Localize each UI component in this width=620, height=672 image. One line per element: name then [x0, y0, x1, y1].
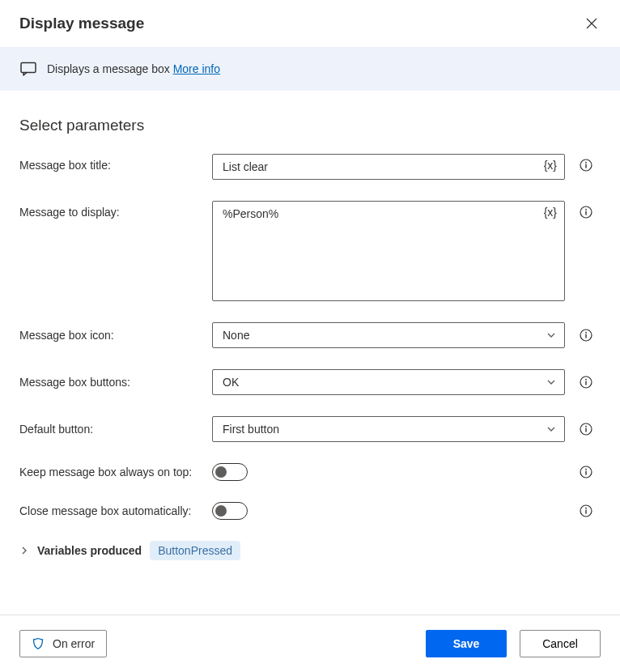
save-button[interactable]: Save	[426, 630, 507, 657]
info-icon[interactable]	[571, 423, 601, 436]
dialog-title: Display message	[19, 15, 144, 32]
svg-rect-21	[585, 510, 586, 514]
on-error-label: On error	[53, 637, 95, 650]
label-ontop: Keep message box always on top:	[19, 466, 206, 478]
banner-text: Displays a message box	[47, 62, 170, 75]
label-message: Message to display:	[19, 201, 206, 219]
variable-picker-icon[interactable]: {x}	[544, 159, 557, 172]
param-row-autoclose: Close message box automatically:	[19, 502, 601, 520]
on-error-button[interactable]: On error	[19, 630, 107, 657]
variable-chip[interactable]: ButtonPressed	[150, 541, 240, 560]
svg-point-5	[585, 209, 587, 211]
select-default[interactable]	[212, 416, 565, 442]
svg-rect-3	[585, 164, 586, 168]
svg-rect-12	[585, 381, 586, 385]
section-title: Select parameters	[19, 117, 601, 134]
toggle-knob	[215, 466, 227, 478]
chevron-right-icon[interactable]	[19, 546, 29, 555]
shield-icon	[32, 637, 45, 650]
svg-point-8	[585, 332, 587, 334]
label-title: Message box title:	[19, 154, 206, 172]
toggle-ontop[interactable]	[212, 463, 248, 481]
label-autoclose: Close message box automatically:	[19, 504, 206, 517]
svg-point-14	[585, 426, 587, 427]
svg-rect-6	[585, 211, 586, 215]
param-row-ontop: Keep message box always on top:	[19, 463, 601, 481]
label-buttons: Message box buttons:	[19, 376, 206, 389]
dialog-footer: On error Save Cancel	[0, 615, 620, 672]
param-row-icon: Message box icon:	[19, 322, 601, 348]
svg-point-2	[585, 162, 587, 164]
variables-produced-label: Variables produced	[37, 544, 142, 557]
close-icon	[586, 18, 597, 29]
svg-point-11	[585, 379, 587, 381]
param-row-default: Default button:	[19, 416, 601, 442]
param-row-message: Message to display: %Person% {x}	[19, 201, 601, 301]
info-icon[interactable]	[571, 466, 601, 478]
svg-point-17	[585, 469, 587, 470]
svg-rect-0	[21, 63, 36, 73]
info-icon[interactable]	[571, 329, 601, 342]
select-buttons[interactable]	[212, 369, 565, 395]
svg-rect-9	[585, 334, 586, 338]
label-icon: Message box icon:	[19, 329, 206, 342]
input-title[interactable]	[212, 154, 565, 180]
toggle-knob	[215, 505, 227, 517]
info-icon[interactable]	[571, 504, 601, 517]
select-icon[interactable]	[212, 322, 565, 348]
label-default: Default button:	[19, 423, 206, 436]
dialog-header: Display message	[0, 0, 620, 47]
info-icon[interactable]	[571, 201, 601, 219]
variables-produced-row: Variables produced ButtonPressed	[19, 541, 601, 560]
content-area: Select parameters Message box title: {x}…	[0, 91, 620, 615]
cancel-button[interactable]: Cancel	[520, 630, 601, 657]
svg-point-20	[585, 508, 587, 509]
svg-rect-15	[585, 428, 586, 432]
param-row-buttons: Message box buttons:	[19, 369, 601, 395]
variable-picker-icon[interactable]: {x}	[544, 206, 557, 219]
more-info-link[interactable]: More info	[173, 62, 220, 75]
info-icon[interactable]	[571, 154, 601, 172]
message-icon	[19, 60, 37, 78]
close-button[interactable]	[583, 15, 601, 32]
svg-rect-18	[585, 471, 586, 475]
description-banner: Displays a message box More info	[0, 47, 620, 91]
input-message[interactable]: %Person%	[212, 201, 565, 301]
toggle-autoclose[interactable]	[212, 502, 248, 520]
info-icon[interactable]	[571, 376, 601, 389]
param-row-title: Message box title: {x}	[19, 154, 601, 180]
